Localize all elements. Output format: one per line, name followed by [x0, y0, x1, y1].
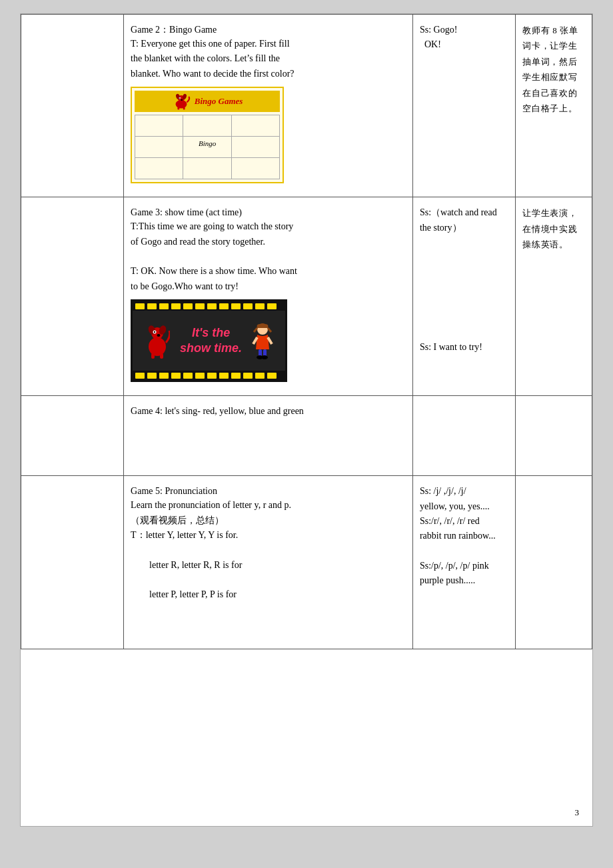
showtime-card: It's the show time. — [131, 299, 287, 382]
game5-mid-col: Ss: /j/ ,/j/, /j/ yellow, you, yes.... S… — [412, 476, 515, 649]
game2-mid-col: game2 Ss: Gogo! OK! — [412, 15, 515, 197]
film-hole — [231, 373, 241, 379]
showtime-inner: It's the show time. — [133, 311, 285, 371]
film-hole — [231, 303, 241, 309]
game5-note-col — [516, 476, 592, 649]
game5-row: Game 5: Pronunciation Learn the pronunci… — [21, 476, 592, 649]
film-hole — [243, 373, 253, 379]
game3-chinese-note: 让学生表演，在情境中实践操练英语。 — [522, 205, 585, 252]
game3-note-col: 让学生表演，在情境中实践操练英语。 — [516, 197, 592, 396]
bingo-cell — [135, 115, 183, 137]
film-hole — [207, 303, 217, 309]
showtime-text: It's the show time. — [180, 325, 242, 357]
svg-point-26 — [261, 355, 268, 359]
page: Game 2：Bingo Game T: Everyone get this o… — [20, 13, 593, 827]
game4-mid-col — [412, 396, 515, 476]
game4-title: Game 4: let's sing- red, yellow, blue an… — [131, 404, 406, 418]
film-hole — [135, 373, 145, 379]
game2-chinese-note: 教师有 8 张单词卡，让学生抽单词，然后学生相应默写在自己喜欢的空白格子上。 — [522, 23, 585, 116]
bingo-cell — [183, 158, 231, 179]
svg-rect-7 — [177, 107, 179, 110]
film-hole — [243, 303, 253, 309]
svg-line-20 — [268, 328, 271, 332]
film-hole — [267, 303, 277, 309]
bingo-cell — [135, 158, 183, 179]
game5-body: Learn the pronunciation of letter y, r a… — [131, 498, 406, 603]
bingo-card: Bingo Games Bingo — [131, 87, 284, 183]
bingo-card-header: Bingo Games — [135, 91, 280, 112]
film-hole — [219, 373, 229, 379]
game2-body: T: Everyone get this one of paper. First… — [131, 37, 406, 81]
game5-responses: Ss: /j/ ,/j/, /j/ yellow, you, yes.... S… — [420, 484, 508, 589]
game2-row: Game 2：Bingo Game T: Everyone get this o… — [21, 15, 592, 197]
game3-left-col — [21, 197, 124, 396]
game3-body: T:This time we are going to watch the st… — [131, 219, 406, 294]
bingo-grid: Bingo — [135, 115, 280, 179]
game3-row: Game 3: show time (act time) T:This time… — [21, 197, 592, 396]
filmstrip-bottom — [133, 371, 285, 380]
game3-response: Ss:（watch and readthe story） Ss: I want … — [420, 205, 508, 355]
bingo-cell — [231, 137, 279, 158]
svg-point-5 — [179, 98, 180, 99]
film-hole — [267, 373, 277, 379]
game5-p-line: letter P, letter P, P is for — [149, 589, 237, 599]
film-hole — [171, 373, 181, 379]
bingo-center-cell: Bingo — [183, 137, 231, 158]
game4-row: Game 4: let's sing- red, yellow, blue an… — [21, 396, 592, 476]
film-hole — [147, 303, 157, 309]
game2-note-col: 教师有 8 张单词卡，让学生抽单词，然后学生相应默写在自己喜欢的空白格子上。 — [516, 15, 592, 197]
film-hole — [255, 303, 265, 309]
film-hole — [219, 303, 229, 309]
bingo-cell — [231, 158, 279, 179]
game5-main-col: Game 5: Pronunciation Learn the pronunci… — [124, 476, 413, 649]
film-hole — [159, 373, 169, 379]
svg-rect-17 — [160, 353, 163, 359]
bingo-cell — [183, 115, 231, 137]
filmstrip-top — [133, 301, 285, 311]
film-hole — [207, 373, 217, 379]
svg-rect-16 — [151, 353, 155, 359]
film-hole — [183, 373, 193, 379]
bingo-cell — [231, 115, 279, 137]
showtime-girl-icon — [252, 323, 273, 359]
game2-response: game2 Ss: Gogo! OK! — [420, 23, 508, 53]
film-hole — [195, 303, 205, 309]
game3-main-col: Game 3: show time (act time) T:This time… — [124, 197, 413, 396]
svg-rect-8 — [183, 107, 185, 110]
game2-left-col — [21, 15, 124, 197]
main-table: Game 2：Bingo Game T: Everyone get this o… — [21, 14, 592, 649]
game3-mid-col: Ss:（watch and readthe story） Ss: I want … — [412, 197, 515, 396]
svg-point-14 — [154, 331, 155, 332]
game2-main-col: Game 2：Bingo Game T: Everyone get this o… — [124, 15, 413, 197]
film-hole — [171, 303, 181, 309]
film-hole — [159, 303, 169, 309]
svg-point-15 — [157, 334, 160, 337]
page-number: 3 — [575, 807, 580, 818]
game4-note-col — [516, 396, 592, 476]
game2-title: Game 2：Bingo Game — [131, 23, 406, 37]
game3-title: Game 3: show time (act time) — [131, 205, 406, 219]
film-hole — [147, 373, 157, 379]
bingo-dog-icon — [172, 92, 191, 111]
film-hole — [183, 303, 193, 309]
bingo-cell — [135, 137, 183, 158]
svg-point-6 — [181, 99, 183, 101]
game5-r-line: letter R, letter R, R is for — [149, 560, 242, 570]
film-hole — [195, 373, 205, 379]
svg-point-9 — [149, 337, 166, 356]
film-hole — [135, 303, 145, 309]
game5-title: Game 5: Pronunciation — [131, 484, 406, 498]
showtime-dog-icon — [145, 323, 170, 359]
bingo-card-title-text: Bingo Games — [195, 95, 243, 108]
svg-line-19 — [254, 328, 257, 332]
game4-main-col: Game 4: let's sing- red, yellow, blue an… — [124, 396, 413, 476]
game4-left-col — [21, 396, 124, 476]
film-hole — [255, 373, 265, 379]
game5-left-col — [21, 476, 124, 649]
